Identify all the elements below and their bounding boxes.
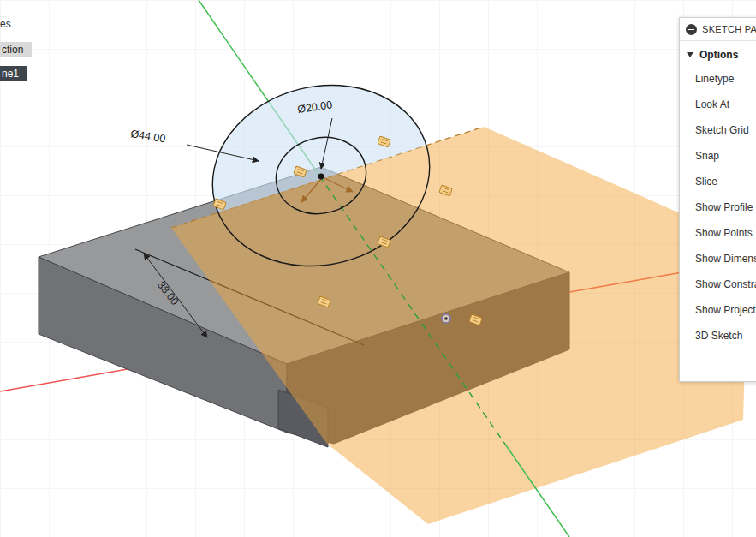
palette-item-show-projected[interactable]: Show Projected	[680, 297, 756, 323]
palette-item-show-points[interactable]: Show Points	[680, 220, 756, 246]
browser-label-partial-1[interactable]: es	[0, 18, 11, 30]
palette-item-show-constraints[interactable]: Show Constraints	[680, 271, 756, 297]
collapse-icon[interactable]	[686, 24, 697, 35]
palette-item-slice[interactable]: Slice	[680, 169, 756, 194]
options-section-header[interactable]: Options	[680, 41, 756, 66]
app-canvas: { "viewport": { "dimension_labels": { "o…	[0, 0, 756, 537]
browser-label-partial-3[interactable]: ne1	[0, 66, 27, 81]
sketch-palette-header[interactable]: SKETCH PALETTE	[680, 18, 756, 41]
options-section-label: Options	[699, 49, 738, 61]
palette-item-show-dimensions[interactable]: Show Dimensions	[680, 246, 756, 271]
palette-item-linetype[interactable]: Linetype	[680, 66, 756, 92]
palette-item-show-profile[interactable]: Show Profile	[680, 194, 756, 220]
browser-label-partial-2[interactable]: ction	[0, 42, 32, 57]
origin-point[interactable]	[318, 174, 324, 180]
projected-point[interactable]	[442, 314, 450, 323]
palette-item-sketch-grid[interactable]: Sketch Grid	[680, 117, 756, 143]
sketch-palette-panel: SKETCH PALETTE Options Linetype Look At …	[679, 17, 756, 382]
sketch-palette-title: SKETCH PALETTE	[702, 24, 756, 34]
model-viewport[interactable]: 38.00 Ø44.00 Ø20.00	[0, 0, 756, 537]
palette-item-look-at[interactable]: Look At	[680, 92, 756, 117]
chevron-down-icon[interactable]	[687, 52, 693, 57]
palette-item-snap[interactable]: Snap	[680, 143, 756, 169]
palette-item-3d-sketch[interactable]: 3D Sketch	[680, 323, 756, 349]
